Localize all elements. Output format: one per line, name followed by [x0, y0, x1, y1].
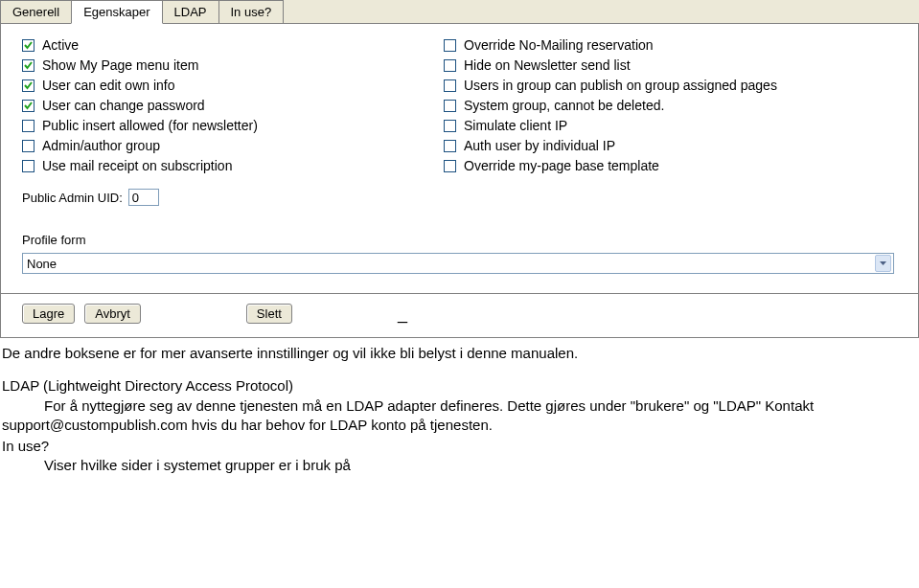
checkbox-left-2[interactable]: [22, 79, 34, 92]
checkbox-label: User can edit own info: [42, 78, 175, 93]
checkbox-label: Show My Page menu item: [42, 57, 198, 73]
checkbox-row: Hide on Newsletter send list: [444, 57, 901, 73]
checkbox-left-5[interactable]: [22, 140, 34, 152]
checkbox-row: Public insert allowed (for newsletter): [22, 118, 405, 133]
checkbox-row: User can change password: [22, 98, 405, 113]
checkbox-label: Public insert allowed (for newsletter): [42, 118, 258, 133]
tab-in-use[interactable]: In use?: [218, 0, 285, 23]
checkbox-label: Simulate client IP: [464, 118, 567, 133]
checkbox-row: System group, cannot be deleted.: [444, 98, 901, 113]
tab-egenskaper[interactable]: Egenskaper: [71, 0, 162, 24]
body-inuse-heading: In use?: [2, 437, 917, 456]
checkbox-row: Simulate client IP: [444, 118, 901, 133]
checkbox-left-4[interactable]: [22, 120, 34, 132]
save-button[interactable]: Lagre: [22, 304, 75, 324]
body-paragraph-1: De andre boksene er for mer avanserte in…: [2, 344, 917, 363]
checkbox-right-0[interactable]: [444, 39, 456, 52]
checkbox-row: Users in group can publish on group assi…: [444, 78, 901, 93]
checkbox-label: Override my-page base template: [464, 158, 659, 173]
checkbox-label: Use mail receipt on subscription: [42, 158, 232, 173]
checkbox-right-3[interactable]: [444, 100, 456, 112]
checkbox-right-2[interactable]: [444, 79, 456, 92]
svg-marker-0: [880, 261, 886, 265]
checkbox-right-5[interactable]: [444, 140, 456, 152]
checkbox-left-6[interactable]: [22, 160, 34, 172]
underscore-mark: _: [398, 304, 407, 324]
checkbox-label: Active: [42, 37, 79, 53]
tab-ldap[interactable]: LDAP: [162, 0, 219, 23]
checkbox-right-4[interactable]: [444, 120, 456, 132]
body-inuse-text: Viser hvilke sider i systemet grupper er…: [2, 456, 917, 475]
delete-button[interactable]: Slett: [246, 304, 292, 324]
body-ldap-text: For å nyttegjøre seg av denne tjenesten …: [2, 396, 917, 436]
checkbox-row: Auth user by individual IP: [444, 138, 901, 153]
checkbox-label: Auth user by individual IP: [464, 138, 615, 153]
checkbox-row: Override my-page base template: [444, 158, 901, 173]
checkbox-right-1[interactable]: [444, 59, 456, 72]
cancel-button[interactable]: Avbryt: [84, 304, 141, 324]
checkbox-row: User can edit own info: [22, 78, 405, 93]
public-admin-uid-input[interactable]: [128, 189, 159, 206]
checkbox-row: Active: [22, 37, 405, 53]
checkbox-label: Admin/author group: [42, 138, 160, 153]
tab-generell[interactable]: Generell: [0, 0, 72, 23]
body-ldap-heading: LDAP (Lightweight Directory Access Proto…: [2, 376, 917, 396]
checkbox-label: Hide on Newsletter send list: [464, 57, 631, 73]
checkbox-label: User can change password: [42, 98, 205, 113]
public-admin-uid-label: Public Admin UID:: [22, 191, 123, 205]
checkbox-left-3[interactable]: [22, 100, 34, 112]
checkbox-row: Override No-Mailing reservation: [444, 37, 901, 53]
chevron-down-icon: [875, 255, 891, 272]
checkbox-row: Admin/author group: [22, 138, 405, 153]
checkbox-left-1[interactable]: [22, 59, 34, 72]
checkbox-label: Users in group can publish on group assi…: [464, 78, 777, 93]
checkbox-label: System group, cannot be deleted.: [464, 98, 664, 113]
checkbox-row: Use mail receipt on subscription: [22, 158, 405, 173]
profile-form-select[interactable]: None: [22, 253, 894, 274]
checkbox-right-6[interactable]: [444, 160, 456, 172]
checkbox-left-0[interactable]: [22, 39, 34, 52]
profile-form-value: None: [27, 257, 875, 271]
checkbox-row: Show My Page menu item: [22, 57, 405, 73]
checkbox-label: Override No-Mailing reservation: [464, 37, 654, 53]
profile-form-label: Profile form: [22, 233, 901, 247]
